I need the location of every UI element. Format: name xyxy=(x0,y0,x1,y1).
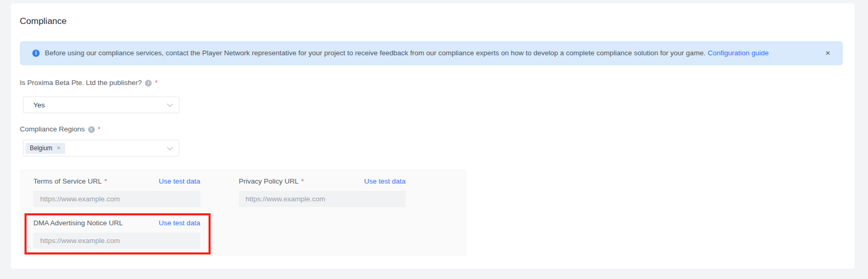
url-panel: Terms of Service URL * Use test data Pri… xyxy=(20,169,467,256)
publisher-label-text: Is Proxima Beta Pte. Ltd the publisher? xyxy=(20,79,142,87)
required-mark: * xyxy=(301,176,304,187)
tag-remove-icon[interactable]: ✕ xyxy=(56,145,60,151)
field-header: Terms of Service URL * Use test data xyxy=(33,176,200,187)
info-tooltip-icon[interactable]: ! xyxy=(88,126,95,133)
required-mark: * xyxy=(98,125,101,134)
compliance-card: Compliance i Before using our compliance… xyxy=(11,4,854,269)
field-label: DMA Advertising Notice URL xyxy=(33,218,126,228)
field-label: Terms of Service URL * xyxy=(33,176,107,187)
privacy-policy-label: Privacy Policy URL xyxy=(239,176,299,187)
terms-of-service-url-input[interactable] xyxy=(33,191,200,207)
region-tag-label: Belgium xyxy=(30,144,52,152)
region-tag: Belgium ✕ xyxy=(26,143,65,154)
publisher-select[interactable]: Yes xyxy=(23,96,179,113)
info-banner: i Before using our compliance services, … xyxy=(20,41,843,65)
chevron-down-icon xyxy=(167,144,173,150)
terms-of-service-field: Terms of Service URL * Use test data xyxy=(33,176,200,207)
banner-message: Before using our compliance services, co… xyxy=(45,49,705,57)
use-test-data-link[interactable]: Use test data xyxy=(158,176,200,187)
field-header: DMA Advertising Notice URL Use test data xyxy=(33,218,200,228)
privacy-policy-field: Privacy Policy URL * Use test data xyxy=(239,176,406,207)
terms-of-service-label: Terms of Service URL xyxy=(33,176,102,187)
info-icon: i xyxy=(32,50,40,57)
use-test-data-link[interactable]: Use test data xyxy=(364,176,406,187)
required-mark: * xyxy=(104,176,107,187)
regions-multiselect[interactable]: Belgium ✕ xyxy=(23,140,179,156)
regions-field-label: Compliance Regions ! * xyxy=(20,125,101,134)
publisher-select-value: Yes xyxy=(33,101,45,109)
dma-advertising-notice-field: DMA Advertising Notice URL Use test data xyxy=(33,218,200,249)
close-icon[interactable]: ✕ xyxy=(825,50,830,56)
required-mark: * xyxy=(155,79,157,87)
field-label: Privacy Policy URL * xyxy=(239,176,304,187)
regions-label-text: Compliance Regions xyxy=(20,125,85,134)
chevron-down-icon xyxy=(167,101,173,107)
banner-text: Before using our compliance services, co… xyxy=(45,48,768,58)
dma-advertising-notice-url-input[interactable] xyxy=(33,233,200,249)
field-header: Privacy Policy URL * Use test data xyxy=(239,176,406,187)
info-tooltip-icon[interactable]: ! xyxy=(145,80,152,87)
use-test-data-link[interactable]: Use test data xyxy=(158,218,200,228)
dma-advertising-notice-label: DMA Advertising Notice URL xyxy=(33,218,123,228)
privacy-policy-url-input[interactable] xyxy=(239,191,406,207)
page-title: Compliance xyxy=(20,17,67,26)
configuration-guide-link[interactable]: Configuration guide xyxy=(707,49,768,57)
publisher-field-label: Is Proxima Beta Pte. Ltd the publisher? … xyxy=(20,79,157,87)
